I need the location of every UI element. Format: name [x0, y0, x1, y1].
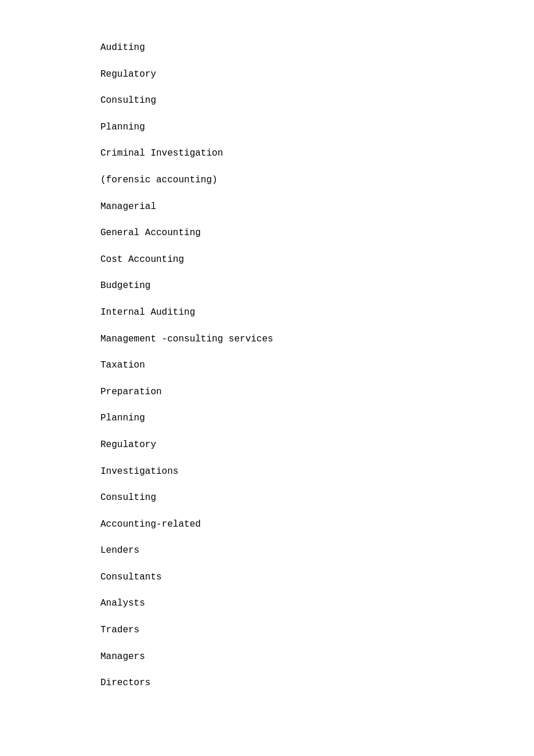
list-item-regulatory-2: Regulatory	[100, 432, 534, 459]
list-item-text-management-consulting: Management -consulting services	[100, 332, 534, 347]
list-item-traders: Traders	[100, 617, 534, 644]
list-item-text-lenders: Lenders	[100, 543, 534, 559]
list-item-cost-accounting: Cost Accounting	[100, 247, 534, 273]
list-item-forensic-accounting: (forensic accounting)	[100, 167, 534, 194]
list-item-managers: Managers	[100, 644, 534, 671]
list-item-text-auditing: Auditing	[100, 41, 534, 56]
list-item-consulting-2: Consulting	[100, 485, 534, 512]
list-item-text-accounting-related: Accounting-related	[100, 517, 534, 532]
list-item-text-investigations: Investigations	[100, 465, 534, 480]
list-item-consultants: Consultants	[100, 564, 534, 591]
list-item-text-managerial: Managerial	[100, 200, 534, 215]
list-item-internal-auditing: Internal Auditing	[100, 300, 534, 326]
list-item-consulting-1: Consulting	[100, 88, 534, 114]
list-item-managerial: Managerial	[100, 194, 534, 221]
list-item-taxation: Taxation	[100, 352, 534, 379]
list-item-analysts: Analysts	[100, 591, 534, 617]
list-item-text-cost-accounting: Cost Accounting	[100, 253, 534, 268]
list-item-text-managers: Managers	[100, 650, 534, 665]
list-item-management-consulting: Management -consulting services	[100, 326, 534, 353]
list-item-text-analysts: Analysts	[100, 596, 534, 611]
list-item-text-consulting-1: Consulting	[100, 93, 534, 109]
list-item-text-general-accounting: General Accounting	[100, 226, 534, 241]
list-item-text-regulatory: Regulatory	[100, 67, 534, 82]
list-item-text-planning-1: Planning	[100, 120, 534, 135]
list-item-text-taxation: Taxation	[100, 358, 534, 373]
list-item-text-regulatory-2: Regulatory	[100, 438, 534, 453]
list-item-budgeting: Budgeting	[100, 273, 534, 300]
list-item-text-traders: Traders	[100, 623, 534, 638]
list-item-text-preparation: Preparation	[100, 385, 534, 400]
list-item-lenders: Lenders	[100, 538, 534, 564]
list-item-investigations: Investigations	[100, 459, 534, 485]
list-item-directors: Directors	[100, 670, 534, 697]
content-list: AuditingRegulatoryConsultingPlanningCrim…	[0, 0, 534, 732]
list-item-preparation: Preparation	[100, 379, 534, 406]
list-item-text-forensic-accounting: (forensic accounting)	[100, 173, 534, 188]
list-item-text-internal-auditing: Internal Auditing	[100, 305, 534, 321]
list-item-general-accounting: General Accounting	[100, 220, 534, 247]
list-item-text-directors: Directors	[100, 676, 534, 691]
list-item-accounting-related: Accounting-related	[100, 512, 534, 538]
list-item-criminal-investigation: Criminal Investigation	[100, 141, 534, 167]
list-item-text-criminal-investigation: Criminal Investigation	[100, 146, 534, 161]
list-item-text-budgeting: Budgeting	[100, 279, 534, 294]
list-item-regulatory: Regulatory	[100, 62, 534, 88]
list-item-planning-2: Planning	[100, 405, 534, 432]
list-item-planning-1: Planning	[100, 114, 534, 141]
list-item-text-planning-2: Planning	[100, 411, 534, 426]
list-item-text-consultants: Consultants	[100, 570, 534, 585]
list-item-auditing: Auditing	[100, 35, 534, 62]
list-item-text-consulting-2: Consulting	[100, 491, 534, 506]
